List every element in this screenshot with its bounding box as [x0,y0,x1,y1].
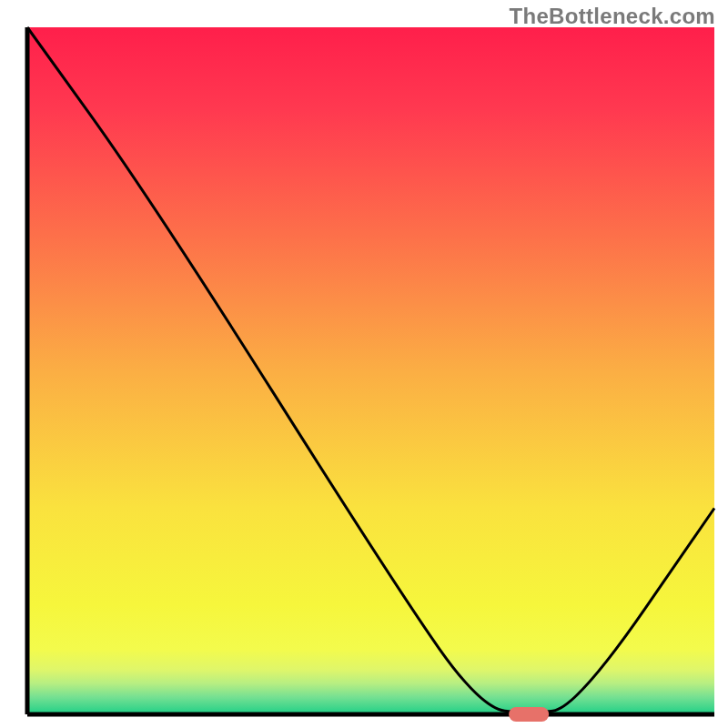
watermark-text: TheBottleneck.com [510,4,715,29]
bottleneck-chart: TheBottleneck.com [0,0,728,728]
plot-background [27,27,714,714]
optimal-point-marker [509,707,549,722]
chart-canvas [0,0,728,728]
